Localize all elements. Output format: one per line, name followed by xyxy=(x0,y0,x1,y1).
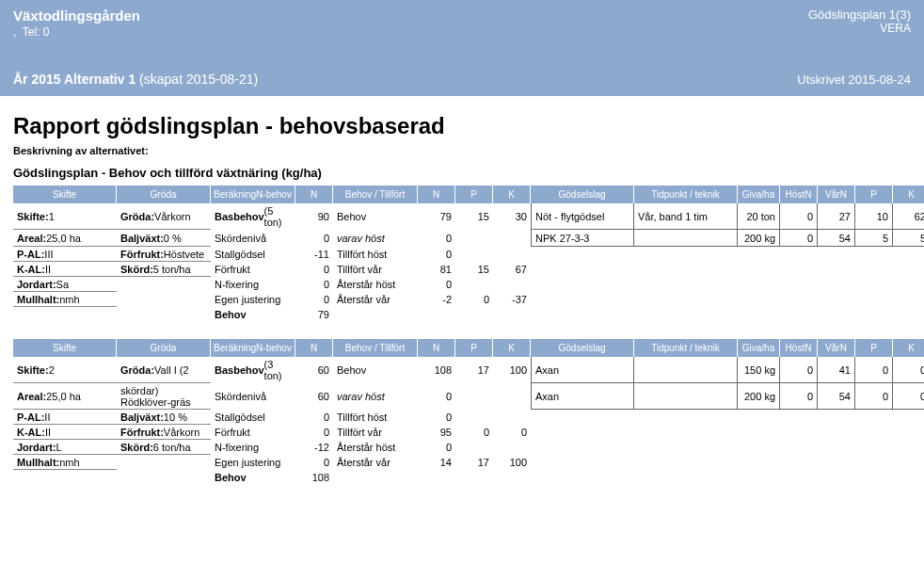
info-cell: Areal: 25,0 ha xyxy=(13,230,117,247)
fert-k: 0 xyxy=(893,383,924,410)
fert-giva: 20 ton xyxy=(738,203,780,230)
column-header: VårN xyxy=(818,186,855,203)
need-name: varav höst xyxy=(333,383,418,410)
fert-p xyxy=(855,247,893,262)
need-p xyxy=(455,383,493,410)
info-cell: Jordart: Sa xyxy=(13,277,117,292)
calc-name: Skördenivå xyxy=(211,383,295,410)
need-p xyxy=(455,470,493,485)
fert-name xyxy=(531,425,634,440)
calc-n: 79 xyxy=(295,307,333,322)
need-k: -37 xyxy=(493,292,531,307)
fert-host: 0 xyxy=(780,203,818,230)
fert-p xyxy=(855,470,893,485)
column-header: K xyxy=(493,186,531,203)
report-header: Växtodlingsgården , Tel: 0 Gödslingsplan… xyxy=(0,0,924,96)
calc-n: -11 xyxy=(295,247,333,262)
crop-cell: skördar) Rödklöver-gräs xyxy=(117,383,211,410)
fert-name xyxy=(531,247,634,262)
fert-host xyxy=(780,410,818,425)
crop-cell: Gröda: Vall I (2 xyxy=(117,357,211,383)
column-header: HöstN xyxy=(780,339,818,357)
fert-host xyxy=(780,425,818,440)
fert-p xyxy=(855,307,893,322)
fert-time xyxy=(634,307,738,322)
fert-k: 5 xyxy=(893,230,924,247)
need-k xyxy=(493,470,531,485)
calc-name: Stallgödsel xyxy=(211,247,295,262)
fert-p: 10 xyxy=(855,203,893,230)
fert-k xyxy=(893,410,924,425)
need-n: 0 xyxy=(418,230,455,247)
column-header: P xyxy=(455,186,493,203)
fert-p xyxy=(855,292,893,307)
fert-p xyxy=(855,455,893,470)
calc-name: Förfrukt xyxy=(211,262,295,277)
need-n: -2 xyxy=(418,292,455,307)
need-n: 14 xyxy=(418,455,455,470)
need-p xyxy=(455,410,493,425)
header-right: Gödslingsplan 1(3) VERA xyxy=(808,8,911,35)
fert-time: Vår, band 1 tim xyxy=(634,203,738,230)
calc-n: 108 xyxy=(295,470,333,485)
info-cell: K-AL: II xyxy=(13,262,117,277)
column-header: Gröda xyxy=(117,339,211,357)
need-n: 81 xyxy=(418,262,455,277)
tel-label: Tel: 0 xyxy=(23,25,50,39)
data-grid: SkifteGrödaBeräkningN-behovNBehov / Till… xyxy=(13,186,911,322)
fert-host xyxy=(780,247,818,262)
fert-giva: 150 kg xyxy=(738,357,780,383)
fert-host xyxy=(780,455,818,470)
fert-name xyxy=(531,440,634,455)
fert-var xyxy=(818,307,855,322)
field-block: SkifteGrödaBeräkningN-behovNBehov / Till… xyxy=(13,339,911,485)
fert-giva xyxy=(738,425,780,440)
fert-p xyxy=(855,410,893,425)
need-name xyxy=(333,307,418,322)
fert-host: 0 xyxy=(780,230,818,247)
info-cell xyxy=(13,470,117,485)
need-p: 0 xyxy=(455,425,493,440)
crop-cell: Skörd: 5 ton/ha xyxy=(117,262,211,277)
fert-time xyxy=(634,410,738,425)
calc-n: 0 xyxy=(295,262,333,277)
calc-n: 60 xyxy=(295,357,333,383)
fert-name xyxy=(531,262,634,277)
crop-cell: Gröda: Vårkorn xyxy=(117,203,211,230)
column-header: P xyxy=(855,186,893,203)
column-header: BeräkningN-behov xyxy=(211,186,295,203)
calc-n: 0 xyxy=(295,410,333,425)
need-name: Återstår höst xyxy=(333,277,418,292)
fert-k xyxy=(893,425,924,440)
need-k: 100 xyxy=(493,357,531,383)
column-header: K xyxy=(893,186,924,203)
fert-var: 54 xyxy=(818,230,855,247)
need-p: 17 xyxy=(455,455,493,470)
fert-var xyxy=(818,455,855,470)
fert-var xyxy=(818,425,855,440)
need-k xyxy=(493,440,531,455)
need-k xyxy=(493,230,531,247)
need-k xyxy=(493,383,531,410)
info-cell: Areal: 25,0 ha xyxy=(13,383,117,410)
column-header: N xyxy=(295,339,333,357)
calc-n: 90 xyxy=(295,203,333,230)
fert-time xyxy=(634,230,738,247)
need-n: 0 xyxy=(418,410,455,425)
fert-p xyxy=(855,277,893,292)
fert-time xyxy=(634,357,738,383)
info-cell: Mullhalt: nmh xyxy=(13,455,117,470)
fert-time xyxy=(634,292,738,307)
fert-time xyxy=(634,470,738,485)
fert-p: 0 xyxy=(855,383,893,410)
need-name: Återstår höst xyxy=(333,440,418,455)
fert-p xyxy=(855,440,893,455)
fert-name xyxy=(531,307,634,322)
crop-cell xyxy=(117,455,211,470)
fert-var: 27 xyxy=(818,203,855,230)
calc-name: Stallgödsel xyxy=(211,410,295,425)
calc-n: 60 xyxy=(295,383,333,410)
column-header: Gödselslag xyxy=(531,339,634,357)
need-n: 95 xyxy=(418,425,455,440)
column-header: Skifte xyxy=(13,186,117,203)
